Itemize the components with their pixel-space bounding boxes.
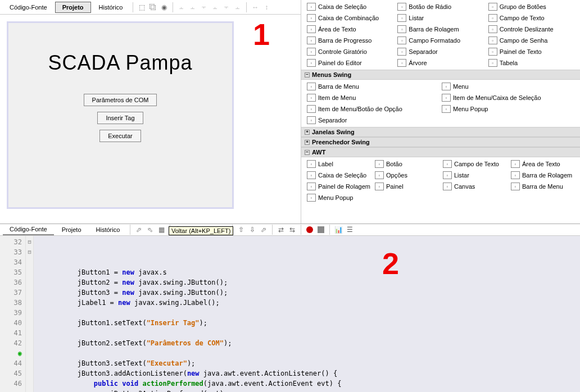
palette-item[interactable]: ▫Opções bbox=[373, 170, 441, 181]
nav-icon[interactable]: ⬀ bbox=[134, 225, 144, 235]
align-icon[interactable]: ⫠ bbox=[176, 2, 187, 12]
nav-icon[interactable]: ⇆ bbox=[287, 225, 297, 235]
category-janelas-swing[interactable]: +Janelas Swing bbox=[301, 127, 580, 137]
palette-item[interactable]: ▫Área de Texto bbox=[509, 158, 577, 170]
palette-item[interactable]: ▫Label bbox=[305, 158, 373, 170]
palette-item[interactable]: ▫Separador bbox=[305, 115, 439, 126]
palette-item[interactable]: ▫Campo de Texto bbox=[441, 158, 509, 170]
component-icon: ▫ bbox=[307, 14, 316, 22]
component-icon: ▫ bbox=[307, 183, 316, 190]
form-canvas[interactable]: SCADA Pampa Parâmetros de COM Inserir Ta… bbox=[7, 21, 234, 209]
palette-item[interactable]: ▫Barra de Menu bbox=[509, 181, 577, 192]
chart-icon[interactable]: 📊 bbox=[333, 225, 343, 235]
palette-item-label: Separador bbox=[318, 117, 347, 124]
palette-item[interactable]: ▫Painel bbox=[373, 181, 441, 192]
palette-item[interactable]: ▫Área de Texto bbox=[305, 24, 395, 35]
component-icon: ▫ bbox=[375, 183, 384, 190]
tab-project-bottom[interactable]: Projeto bbox=[55, 225, 88, 235]
palette-item[interactable]: ▫Barra de Menu bbox=[305, 81, 439, 92]
preview-icon[interactable]: ◉ bbox=[159, 2, 169, 12]
palette-item[interactable]: ▫Canvas bbox=[441, 181, 509, 192]
palette-item[interactable]: ▫Listar bbox=[395, 12, 486, 24]
code-content[interactable]: 2 jButton1 = new javax.s jButton2 = new … bbox=[34, 236, 580, 392]
palette-item[interactable]: ▫Botão de Rádio bbox=[395, 1, 486, 12]
palette-item[interactable]: ▫Barra de Rolagem bbox=[395, 24, 486, 35]
palette-item[interactable]: ▫Campo de Senha bbox=[486, 35, 577, 46]
palette-item[interactable]: ▫Barra de Rolagem bbox=[509, 170, 577, 181]
align-icon[interactable]: ⫟ bbox=[199, 2, 209, 12]
component-icon: ▫ bbox=[307, 59, 316, 67]
tab-history[interactable]: Histórico bbox=[92, 2, 130, 12]
resize-v-icon[interactable]: ↕ bbox=[261, 2, 271, 12]
palette-item[interactable]: ▫Caixa de Seleção bbox=[305, 170, 373, 181]
palette-item[interactable]: ▫Painel de Texto bbox=[486, 46, 577, 57]
component-icon: ▫ bbox=[375, 160, 384, 168]
category-preenchedor-swing[interactable]: +Preenchedor Swing bbox=[301, 137, 580, 147]
nav-icon[interactable]: ⬁ bbox=[145, 225, 155, 235]
palette-item-label: Menu Popup bbox=[453, 106, 488, 112]
category-awt[interactable]: −AWT bbox=[301, 147, 580, 157]
palette-item-label: Opções bbox=[386, 172, 407, 179]
palette-item-label: Painel de Texto bbox=[500, 48, 542, 55]
nav-icon[interactable]: ⇄ bbox=[276, 225, 286, 235]
palette-item-label: Painel do Editor bbox=[318, 60, 362, 66]
align-icon[interactable]: ⫠ bbox=[188, 2, 198, 12]
component-palette: ▫Caixa de Seleção▫Botão de Rádio▫Grupo d… bbox=[301, 0, 580, 224]
record-icon[interactable] bbox=[305, 225, 315, 235]
palette-item[interactable]: ▫Menu Popup bbox=[305, 192, 373, 203]
palette-item[interactable]: ▫Item de Menu/Botão de Opção bbox=[305, 103, 439, 115]
align-icon[interactable]: ⫟ bbox=[221, 2, 232, 12]
collapse-icon: − bbox=[305, 150, 310, 155]
palette-item[interactable]: ▫Painel de Rolagem bbox=[305, 181, 373, 192]
nav-icon[interactable]: ⬀ bbox=[259, 225, 269, 235]
palette-item[interactable]: ▫Item de Menu/Caixa de Seleção bbox=[439, 92, 577, 103]
palette-item[interactable]: ▫Campo de Texto bbox=[486, 12, 577, 24]
nav-icon[interactable]: ⇧ bbox=[236, 225, 246, 235]
palette-item[interactable]: ▫Grupo de Botões bbox=[486, 1, 577, 12]
palette-item[interactable]: ▫Listar bbox=[441, 170, 509, 181]
tab-source[interactable]: Código-Fonte bbox=[3, 2, 54, 12]
palette-item[interactable]: ▫Controle Giratório bbox=[305, 46, 395, 57]
palette-item[interactable]: ▫Separador bbox=[395, 46, 486, 57]
component-icon: ▫ bbox=[307, 171, 316, 179]
fold-column[interactable]: ⊟⊟ bbox=[26, 236, 34, 392]
palette-item-label: Barra de Rolagem bbox=[409, 26, 459, 33]
palette-item[interactable]: ▫Botão bbox=[373, 158, 441, 170]
palette-item[interactable]: ▫Tabela bbox=[486, 57, 577, 69]
component-icon: ▫ bbox=[397, 25, 406, 33]
palette-item[interactable]: ▫Caixa de Combinação bbox=[305, 12, 395, 24]
palette-item-label: Campo de Senha bbox=[500, 37, 548, 44]
component-icon: ▫ bbox=[397, 3, 406, 11]
palette-item[interactable]: ▫Item de Menu bbox=[305, 92, 439, 103]
code-editor[interactable]: 3233343536373839404142◉444546 ⊟⊟ 2 jButt… bbox=[0, 236, 580, 392]
tab-source-bottom[interactable]: Código-Fonte bbox=[3, 224, 54, 235]
stop-icon[interactable] bbox=[316, 225, 326, 235]
component-icon: ▫ bbox=[397, 37, 406, 44]
category-menus-swing[interactable]: −Menus Swing bbox=[301, 70, 580, 80]
chart-icon[interactable]: ☰ bbox=[345, 225, 355, 235]
separator bbox=[301, 225, 301, 235]
nav-icon[interactable]: ⇩ bbox=[247, 225, 257, 235]
select-icon[interactable]: ⬚ bbox=[137, 2, 147, 12]
palette-item[interactable]: ▫Controle Deslizante bbox=[486, 24, 577, 35]
conn-icon[interactable]: ⿻ bbox=[148, 2, 158, 12]
tab-history-bottom[interactable]: Histórico bbox=[89, 225, 127, 235]
palette-item[interactable]: ▫Caixa de Seleção bbox=[305, 1, 395, 12]
button-params-com[interactable]: Parâmetros de COM bbox=[84, 94, 157, 106]
palette-item-label: Área de Texto bbox=[522, 161, 560, 167]
palette-item[interactable]: ▫Barra de Progresso bbox=[305, 35, 395, 46]
palette-item[interactable]: ▫Menu Popup bbox=[439, 103, 577, 115]
palette-item[interactable]: ▫Menu bbox=[439, 81, 577, 92]
palette-item-label: Item de Menu/Caixa de Seleção bbox=[453, 94, 541, 101]
palette-item[interactable]: ▫Painel do Editor bbox=[305, 57, 395, 69]
component-icon: ▫ bbox=[307, 3, 316, 11]
align-icon[interactable]: ⫠ bbox=[233, 2, 243, 12]
button-executar[interactable]: Executar bbox=[99, 130, 141, 142]
palette-item[interactable]: ▫Campo Formatado bbox=[395, 35, 486, 46]
resize-h-icon[interactable]: ↔ bbox=[250, 2, 260, 12]
button-inserir-tag[interactable]: Inserir Tag bbox=[97, 112, 143, 124]
tab-project[interactable]: Projeto bbox=[55, 2, 91, 13]
nav-icon[interactable]: ▦ bbox=[156, 225, 166, 235]
align-icon[interactable]: ⫠ bbox=[210, 2, 220, 12]
palette-item[interactable]: ▫Árvore bbox=[395, 57, 486, 69]
